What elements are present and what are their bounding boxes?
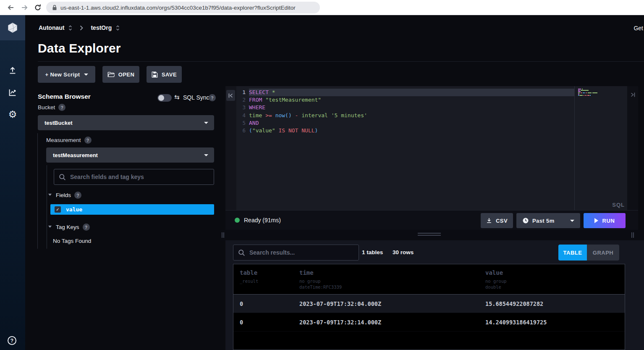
project-switcher[interactable]: testOrg <box>91 24 112 31</box>
search-icon <box>59 174 66 181</box>
org-switcher[interactable]: Autonaut <box>39 24 64 31</box>
no-tags-found-text: No Tags Found <box>53 238 91 244</box>
code-line: AND <box>249 119 574 127</box>
measurement-dropdown[interactable]: testMeasurement <box>46 147 214 163</box>
settings-gear-icon[interactable]: ⚙ <box>0 106 25 123</box>
sql-sync-label: SQL Sync <box>183 94 209 101</box>
help-icon[interactable]: ? <box>8 336 16 345</box>
download-icon <box>486 218 492 224</box>
line-number: 3 <box>236 104 246 111</box>
splitter-right-grip[interactable] <box>631 232 635 238</box>
field-item-value[interactable]: ✓ value <box>50 204 214 215</box>
run-button[interactable]: RUN <box>584 213 626 228</box>
column-header: timeno groupdateTime:RFC3339 <box>299 269 485 290</box>
new-script-button[interactable]: + New Script <box>38 66 95 83</box>
code-line: SELECT * <box>249 89 574 96</box>
back-icon[interactable] <box>6 3 16 13</box>
splitter-drag-handle[interactable] <box>418 233 441 237</box>
editor-gutter <box>225 86 236 210</box>
chevron-down-icon <box>204 154 208 156</box>
load-data-icon[interactable] <box>0 62 25 79</box>
code-line: ("value" IS NOT NULL) <box>249 127 574 134</box>
fields-collapse-icon[interactable] <box>48 194 52 196</box>
code-line: FROM "testMeasurement" <box>249 96 574 104</box>
view-tabs: TABLE GRAPH <box>558 245 619 261</box>
tab-graph[interactable]: GRAPH <box>587 245 619 261</box>
chevron-down-icon <box>570 220 574 222</box>
tables-count: 1 tables <box>362 249 383 255</box>
influxdb-logo[interactable] <box>0 15 25 40</box>
reload-icon[interactable] <box>33 3 43 13</box>
line-number: 4 <box>236 112 246 119</box>
editor-right-strip <box>627 86 638 210</box>
play-icon <box>594 218 598 223</box>
line-number: 1 <box>236 89 246 96</box>
project-updown-icon[interactable] <box>116 25 120 31</box>
chevron-down-icon <box>84 74 88 76</box>
chevron-down-icon <box>204 122 208 124</box>
results-search-input[interactable] <box>249 249 354 256</box>
splitter-left-grip[interactable] <box>222 232 225 238</box>
time-range-dropdown[interactable]: Past 5m <box>516 213 580 228</box>
measurement-help-icon[interactable]: ? <box>84 137 92 144</box>
title-divider <box>38 61 644 62</box>
bucket-dropdown[interactable]: testBucket <box>38 115 214 130</box>
panel-splitter[interactable] <box>220 230 644 240</box>
data-explorer-icon[interactable] <box>0 84 25 101</box>
table-row: 02023-07-09T17:32:14.000Z14.240993186419… <box>233 313 625 332</box>
measurement-label: Measurement ? <box>46 137 92 144</box>
editor-dialect-label: SQL <box>612 202 625 208</box>
csv-download-button[interactable]: CSV <box>481 213 513 228</box>
column-header: valueno groupdouble <box>485 269 625 290</box>
tag-keys-help-icon[interactable]: ? <box>83 224 90 231</box>
browser-chrome: us-east-1-1.aws.cloud2.influxdata.com/or… <box>0 0 644 15</box>
indent-guide <box>47 165 47 249</box>
save-button[interactable]: SAVE <box>147 66 182 83</box>
search-icon <box>238 249 245 256</box>
fields-help-icon[interactable]: ? <box>74 192 81 199</box>
schema-search[interactable] <box>54 169 214 185</box>
results-table: table_resulttimeno groupdateTime:RFC3339… <box>233 264 625 350</box>
sql-sync-toggle[interactable] <box>157 94 172 102</box>
page-title: Data Explorer <box>38 41 121 55</box>
results-search[interactable] <box>233 245 359 261</box>
org-updown-icon[interactable] <box>68 25 72 31</box>
tag-keys-label: Tag Keys ? <box>56 224 90 231</box>
lock-icon <box>52 5 57 11</box>
query-status-bar: Ready (91ms) CSV Past 5m RUN <box>225 210 638 230</box>
schema-browser-panel: Schema Browser ⇆ SQL Sync ? Bucket ? tes… <box>25 86 220 350</box>
sync-icon: ⇆ <box>174 93 180 101</box>
expand-right-panel-icon[interactable] <box>629 90 636 99</box>
schema-search-input[interactable] <box>70 174 209 180</box>
tab-table[interactable]: TABLE <box>558 245 587 261</box>
line-number: 2 <box>236 96 246 104</box>
code-line: WHERE <box>249 104 574 111</box>
editor-divider <box>574 86 575 210</box>
open-button[interactable]: OPEN <box>102 66 139 83</box>
code-lines[interactable]: SELECT *FROM "testMeasurement"WHEREtime … <box>249 89 574 134</box>
sql-editor[interactable]: 123456 SELECT *FROM "testMeasurement"WHE… <box>225 86 638 210</box>
bucket-help-icon[interactable]: ? <box>58 104 65 111</box>
tag-keys-collapse-icon[interactable] <box>48 226 52 228</box>
checkbox-checked-icon[interactable]: ✓ <box>55 206 61 213</box>
status-text: Ready (91ms) <box>244 217 281 224</box>
results-table-header: table_resulttimeno groupdateTime:RFC3339… <box>233 264 625 295</box>
sql-sync-help-icon[interactable]: ? <box>209 94 216 101</box>
save-disk-icon <box>152 71 158 78</box>
line-number: 5 <box>236 119 246 127</box>
fields-label: Fields ? <box>56 192 81 199</box>
line-numbers: 123456 <box>236 89 246 134</box>
forward-icon[interactable] <box>19 3 29 13</box>
bucket-label: Bucket ? <box>38 104 65 111</box>
table-row: 02023-07-09T17:32:04.000Z15.685449220872… <box>233 295 625 313</box>
address-bar[interactable]: us-east-1-1.aws.cloud2.influxdata.com/or… <box>46 2 320 13</box>
rows-count: 30 rows <box>393 249 414 255</box>
collapse-left-panel-icon[interactable] <box>226 90 235 101</box>
topnav-right-text[interactable]: Get <box>634 25 643 32</box>
editor-minimap[interactable] <box>578 89 597 96</box>
line-number: 6 <box>236 127 246 134</box>
status-dot-icon <box>235 218 240 223</box>
schema-browser-title: Schema Browser <box>38 93 91 100</box>
url-text: us-east-1-1.aws.cloud2.influxdata.com/or… <box>60 5 296 11</box>
breadcrumb: Autonaut testOrg <box>39 24 120 31</box>
